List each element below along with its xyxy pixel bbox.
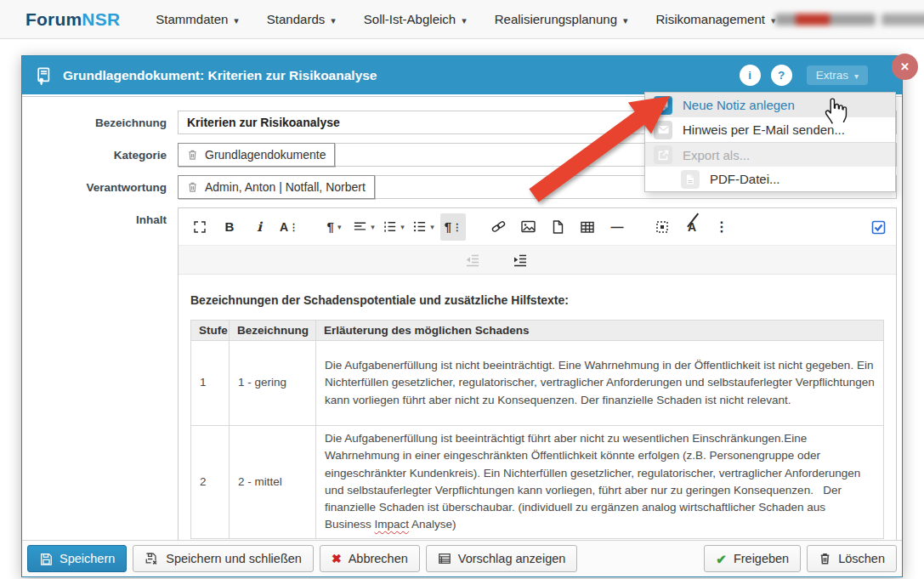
nav-item-standards[interactable]: Standards <box>267 12 336 26</box>
editor-toggle-checkbox[interactable] <box>871 220 886 238</box>
caret-down-icon <box>623 12 628 26</box>
verantwortung-label: Verantwortung <box>22 181 178 194</box>
menu-item-export-als: Export als... <box>645 142 895 167</box>
save-and-close-button[interactable]: Speichern und schließen <box>133 545 314 572</box>
menu-item-label: Hinweis per E-Mail senden... <box>683 122 845 137</box>
nav-item-soll-ist-abgleich[interactable]: Soll-Ist-Abgleich <box>364 12 467 26</box>
extras-menu: Neue Notiz anlegen Hinweis per E-Mail se… <box>644 92 896 192</box>
more-text-options-button[interactable] <box>276 213 302 241</box>
app: ForumNSR Stammdaten Standards Soll-Ist-A… <box>0 0 924 579</box>
fullscreen-button[interactable] <box>187 213 213 241</box>
user-name-redacted <box>775 14 876 26</box>
insert-file-button[interactable] <box>545 213 570 241</box>
rich-text-editor: Bezeichnungen der Schadenspotentiale und… <box>178 207 897 540</box>
menu-item-label: Export als... <box>683 148 750 162</box>
mail-icon <box>654 121 672 139</box>
caret-down-icon <box>331 12 336 26</box>
show-proposal-button[interactable]: Vorschlag anzeigen <box>426 545 578 572</box>
caret-down-icon <box>234 12 239 26</box>
nav-item-label: Standards <box>267 12 325 26</box>
insert-link-button[interactable] <box>485 213 511 241</box>
help-button[interactable]: ? <box>771 65 792 86</box>
kategorie-chip[interactable]: Grundlagendokumente <box>178 143 335 167</box>
show-proposal-label: Vorschlag anzeigen <box>458 552 566 565</box>
nav-item-realisierungsplanung[interactable]: Realisierungsplanung <box>495 12 628 26</box>
clear-formatting-button[interactable] <box>679 213 705 241</box>
note-icon <box>654 96 672 115</box>
list-icon <box>438 552 451 565</box>
nav-item-label: Realisierungsplanung <box>495 12 617 26</box>
modal-footer: Speichern Speichern und schließen ✖ Abbr… <box>22 540 902 576</box>
save-button[interactable]: Speichern <box>27 545 127 572</box>
trash-icon[interactable] <box>187 149 198 161</box>
logo-part-forum: Forum <box>26 9 82 29</box>
cell-bezeichnung: 2 - mittel <box>230 426 316 539</box>
caret-down-icon <box>854 69 859 82</box>
align-button[interactable] <box>351 213 377 241</box>
cell-text-part: Analyse) <box>409 518 456 531</box>
nav-item-risikomanagement[interactable]: Risikomanagement <box>656 12 776 26</box>
ordered-list-button[interactable] <box>381 213 406 241</box>
modal-title: Grundlagendokument: Kriterien zur Risiko… <box>63 68 729 83</box>
menu-item-hinweis-email[interactable]: Hinweis per E-Mail senden... <box>645 117 895 142</box>
indent-button[interactable] <box>507 247 532 274</box>
caret-down-icon <box>462 12 467 26</box>
cancel-button[interactable]: ✖ Abbrechen <box>320 545 420 572</box>
menu-item-label: PDF-Datei... <box>710 172 780 186</box>
nav-item-label: Soll-Ist-Abgleich <box>364 12 456 26</box>
italic-button[interactable] <box>247 213 272 241</box>
editor-content[interactable]: Bezeichnungen der Schadenspotentiale und… <box>179 275 896 540</box>
check-icon: ✔ <box>716 553 727 565</box>
info-button[interactable]: i <box>740 65 761 86</box>
nav-item-stammdaten[interactable]: Stammdaten <box>156 12 239 26</box>
paragraph-format-button[interactable] <box>321 213 347 241</box>
kategorie-label: Kategorie <box>22 149 178 162</box>
document-icon <box>34 66 53 85</box>
save-and-close-label: Speichern und schließen <box>166 552 302 565</box>
bezeichnung-label: Bezeichnung <box>22 116 178 129</box>
cell-text-part: Die Aufgabenerfüllung ist beeinträchtigt… <box>325 432 864 531</box>
col-header-stufe: Stufe <box>191 321 230 341</box>
table-header-row: Stufe Bezeichnung Erläuterung des möglic… <box>191 321 884 341</box>
menu-item-neue-notiz[interactable]: Neue Notiz anlegen <box>645 93 895 117</box>
unordered-list-button[interactable] <box>411 213 436 241</box>
table-row: 1 1 - gering Die Aufgabenerfüllung ist n… <box>191 341 884 426</box>
menu-item-label: Neue Notiz anlegen <box>683 98 795 112</box>
insert-table-button[interactable] <box>575 213 600 241</box>
release-button[interactable]: ✔ Freigeben <box>704 545 801 572</box>
trash-icon[interactable] <box>187 181 198 193</box>
app-logo[interactable]: ForumNSR <box>26 9 120 30</box>
verantwortung-chip[interactable]: Admin, Anton | Notfall, Norbert <box>178 175 375 199</box>
editor-sub-toolbar <box>179 246 896 275</box>
extras-button[interactable]: Extras <box>807 65 868 85</box>
insert-hr-button[interactable] <box>604 213 630 241</box>
schadenspotentiale-table: Stufe Bezeichnung Erläuterung des möglic… <box>190 320 884 539</box>
insert-image-button[interactable] <box>515 213 541 241</box>
trash-icon <box>819 552 831 565</box>
form-row-inhalt: Inhalt <box>22 207 902 540</box>
save-icon <box>39 552 53 565</box>
col-header-erlaeuterung: Erläuterung des möglichen Schadens <box>316 321 884 341</box>
menu-item-pdf-datei[interactable]: PDF-Datei... <box>645 167 895 191</box>
close-button[interactable]: ✕ <box>892 54 918 80</box>
logo-part-nsr: NSR <box>82 9 120 29</box>
inhalt-label: Inhalt <box>22 207 178 226</box>
user-menu[interactable]: (ADMINISTRATOR) <box>775 12 924 27</box>
nav-item-label: Stammdaten <box>156 12 228 26</box>
outdent-button[interactable] <box>459 247 485 274</box>
top-nav: ForumNSR Stammdaten Standards Soll-Ist-A… <box>0 0 924 39</box>
release-button-label: Freigeben <box>734 552 789 565</box>
select-all-button[interactable] <box>649 213 675 241</box>
kategorie-chip-label: Grundlagendokumente <box>205 148 326 162</box>
more-misc-button[interactable] <box>709 213 734 241</box>
verantwortung-chip-label: Admin, Anton | Notfall, Norbert <box>205 180 366 194</box>
more-paragraph-options-button[interactable] <box>440 213 466 241</box>
content-heading: Bezeichnungen der Schadenspotentiale und… <box>190 293 884 307</box>
cell-erlaeuterung: Die Aufgabenerfüllung ist nicht beeinträ… <box>316 341 884 426</box>
misspelled-word: Impact <box>375 518 410 531</box>
export-icon <box>654 145 672 164</box>
delete-button[interactable]: Löschen <box>807 545 897 572</box>
cancel-x-icon: ✖ <box>332 553 342 565</box>
bold-button[interactable] <box>217 213 242 241</box>
editor-toolbar <box>179 208 896 246</box>
